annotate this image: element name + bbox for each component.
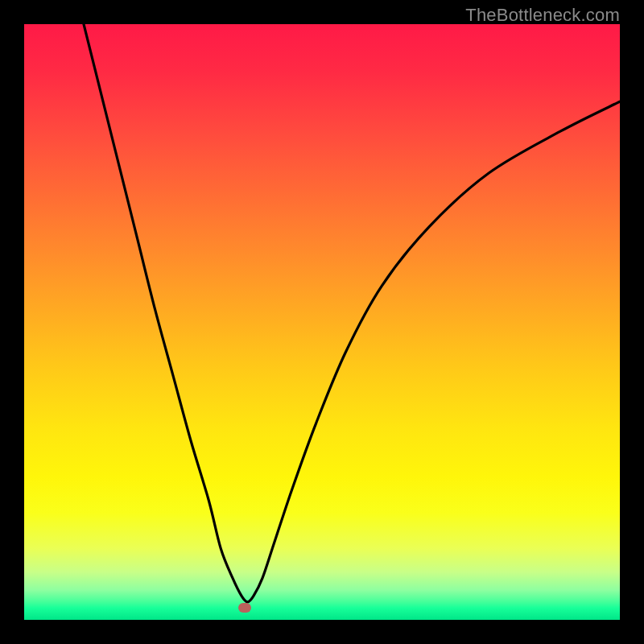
bottleneck-curve bbox=[84, 24, 620, 602]
watermark-text: TheBottleneck.com bbox=[465, 5, 620, 26]
optimal-point-marker bbox=[238, 603, 251, 613]
plot-area bbox=[24, 24, 620, 620]
chart-frame: TheBottleneck.com bbox=[0, 0, 644, 644]
curve-svg bbox=[24, 24, 620, 620]
